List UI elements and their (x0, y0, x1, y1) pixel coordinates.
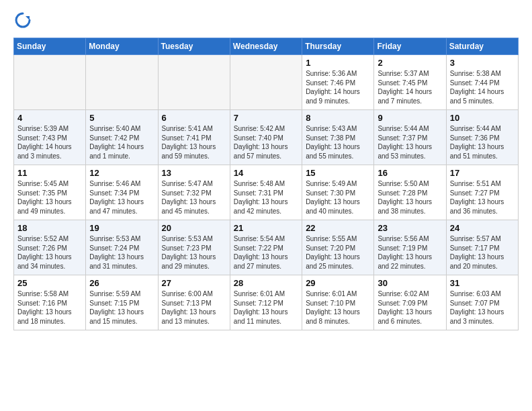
calendar-cell: 12Sunrise: 5:46 AM Sunset: 7:34 PM Dayli… (86, 165, 158, 220)
day-number: 22 (306, 223, 370, 233)
calendar-cell: 30Sunrise: 6:02 AM Sunset: 7:09 PM Dayli… (374, 275, 446, 330)
day-info: Sunrise: 5:41 AM Sunset: 7:41 PM Dayligh… (162, 124, 226, 161)
calendar-cell: 9Sunrise: 5:44 AM Sunset: 7:37 PM Daylig… (374, 110, 446, 165)
day-info: Sunrise: 5:59 AM Sunset: 7:15 PM Dayligh… (89, 289, 154, 326)
calendar-cell: 26Sunrise: 5:59 AM Sunset: 7:15 PM Dayli… (86, 275, 158, 330)
calendar-cell: 5Sunrise: 5:40 AM Sunset: 7:42 PM Daylig… (86, 110, 158, 165)
calendar-cell: 3Sunrise: 5:38 AM Sunset: 7:44 PM Daylig… (446, 55, 518, 110)
calendar-cell: 10Sunrise: 5:44 AM Sunset: 7:36 PM Dayli… (446, 110, 518, 165)
calendar-cell: 16Sunrise: 5:50 AM Sunset: 7:28 PM Dayli… (374, 165, 446, 220)
day-info: Sunrise: 5:36 AM Sunset: 7:46 PM Dayligh… (306, 69, 370, 105)
day-number: 21 (234, 223, 298, 233)
day-info: Sunrise: 5:39 AM Sunset: 7:43 PM Dayligh… (17, 124, 82, 161)
calendar-cell: 24Sunrise: 5:57 AM Sunset: 7:17 PM Dayli… (446, 220, 518, 275)
day-info: Sunrise: 5:54 AM Sunset: 7:22 PM Dayligh… (234, 234, 298, 271)
day-number: 10 (450, 113, 515, 123)
page: SundayMondayTuesdayWednesdayThursdayFrid… (0, 0, 532, 337)
calendar: SundayMondayTuesdayWednesdayThursdayFrid… (13, 38, 519, 330)
calendar-row-2: 11Sunrise: 5:45 AM Sunset: 7:35 PM Dayli… (14, 165, 519, 220)
calendar-cell (158, 55, 230, 110)
day-info: Sunrise: 5:56 AM Sunset: 7:19 PM Dayligh… (378, 234, 442, 271)
calendar-cell: 31Sunrise: 6:03 AM Sunset: 7:07 PM Dayli… (446, 275, 518, 330)
day-info: Sunrise: 5:51 AM Sunset: 7:27 PM Dayligh… (450, 179, 515, 216)
day-number: 14 (234, 168, 298, 178)
day-number: 19 (89, 223, 154, 233)
day-info: Sunrise: 5:47 AM Sunset: 7:32 PM Dayligh… (162, 179, 226, 216)
calendar-cell (14, 55, 86, 110)
day-number: 13 (162, 168, 226, 178)
calendar-cell: 23Sunrise: 5:56 AM Sunset: 7:19 PM Dayli… (374, 220, 446, 275)
day-info: Sunrise: 5:42 AM Sunset: 7:40 PM Dayligh… (234, 124, 298, 161)
calendar-cell: 25Sunrise: 5:58 AM Sunset: 7:16 PM Dayli… (14, 275, 86, 330)
weekday-header-thursday: Thursday (302, 38, 374, 55)
day-info: Sunrise: 5:46 AM Sunset: 7:34 PM Dayligh… (89, 179, 154, 216)
calendar-cell: 22Sunrise: 5:55 AM Sunset: 7:20 PM Dayli… (302, 220, 374, 275)
calendar-cell: 15Sunrise: 5:49 AM Sunset: 7:30 PM Dayli… (302, 165, 374, 220)
day-info: Sunrise: 6:02 AM Sunset: 7:09 PM Dayligh… (378, 289, 442, 326)
day-info: Sunrise: 6:03 AM Sunset: 7:07 PM Dayligh… (450, 289, 515, 326)
day-number: 27 (162, 278, 226, 288)
logo (13, 11, 35, 30)
day-number: 11 (17, 168, 82, 178)
calendar-cell: 2Sunrise: 5:37 AM Sunset: 7:45 PM Daylig… (374, 55, 446, 110)
day-number: 30 (378, 278, 442, 288)
calendar-cell: 6Sunrise: 5:41 AM Sunset: 7:41 PM Daylig… (158, 110, 230, 165)
weekday-header-friday: Friday (374, 38, 446, 55)
day-number: 4 (17, 113, 82, 123)
calendar-cell: 4Sunrise: 5:39 AM Sunset: 7:43 PM Daylig… (14, 110, 86, 165)
day-info: Sunrise: 5:58 AM Sunset: 7:16 PM Dayligh… (17, 289, 82, 326)
day-number: 29 (306, 278, 370, 288)
day-number: 3 (450, 58, 515, 68)
day-info: Sunrise: 5:53 AM Sunset: 7:24 PM Dayligh… (89, 234, 154, 271)
header (13, 11, 519, 30)
calendar-cell: 13Sunrise: 5:47 AM Sunset: 7:32 PM Dayli… (158, 165, 230, 220)
day-info: Sunrise: 5:43 AM Sunset: 7:38 PM Dayligh… (306, 124, 370, 161)
weekday-header-sunday: Sunday (14, 38, 86, 55)
day-info: Sunrise: 5:40 AM Sunset: 7:42 PM Dayligh… (89, 124, 154, 161)
weekday-header-row: SundayMondayTuesdayWednesdayThursdayFrid… (14, 38, 519, 55)
day-info: Sunrise: 5:44 AM Sunset: 7:36 PM Dayligh… (450, 124, 515, 161)
calendar-cell: 21Sunrise: 5:54 AM Sunset: 7:22 PM Dayli… (230, 220, 302, 275)
day-number: 16 (378, 168, 442, 178)
day-number: 8 (306, 113, 370, 123)
weekday-header-monday: Monday (86, 38, 158, 55)
calendar-cell: 8Sunrise: 5:43 AM Sunset: 7:38 PM Daylig… (302, 110, 374, 165)
day-info: Sunrise: 5:50 AM Sunset: 7:28 PM Dayligh… (378, 179, 442, 216)
day-info: Sunrise: 5:57 AM Sunset: 7:17 PM Dayligh… (450, 234, 515, 271)
day-info: Sunrise: 5:44 AM Sunset: 7:37 PM Dayligh… (378, 124, 442, 161)
day-info: Sunrise: 5:38 AM Sunset: 7:44 PM Dayligh… (450, 69, 515, 105)
calendar-cell: 7Sunrise: 5:42 AM Sunset: 7:40 PM Daylig… (230, 110, 302, 165)
logo-icon (13, 11, 32, 30)
day-number: 15 (306, 168, 370, 178)
day-number: 12 (89, 168, 154, 178)
day-number: 17 (450, 168, 515, 178)
day-number: 25 (17, 278, 82, 288)
day-number: 5 (89, 113, 154, 123)
calendar-row-1: 4Sunrise: 5:39 AM Sunset: 7:43 PM Daylig… (14, 110, 519, 165)
day-number: 7 (234, 113, 298, 123)
day-info: Sunrise: 5:52 AM Sunset: 7:26 PM Dayligh… (17, 234, 82, 271)
calendar-cell (230, 55, 302, 110)
calendar-cell: 20Sunrise: 5:53 AM Sunset: 7:23 PM Dayli… (158, 220, 230, 275)
day-number: 9 (378, 113, 442, 123)
day-info: Sunrise: 5:45 AM Sunset: 7:35 PM Dayligh… (17, 179, 82, 216)
day-info: Sunrise: 6:01 AM Sunset: 7:12 PM Dayligh… (234, 289, 298, 326)
day-info: Sunrise: 6:00 AM Sunset: 7:13 PM Dayligh… (162, 289, 226, 326)
weekday-header-wednesday: Wednesday (230, 38, 302, 55)
day-number: 28 (234, 278, 298, 288)
day-number: 6 (162, 113, 226, 123)
weekday-header-tuesday: Tuesday (158, 38, 230, 55)
day-number: 31 (450, 278, 515, 288)
day-number: 24 (450, 223, 515, 233)
day-number: 18 (17, 223, 82, 233)
calendar-row-0: 1Sunrise: 5:36 AM Sunset: 7:46 PM Daylig… (14, 55, 519, 110)
calendar-cell (86, 55, 158, 110)
calendar-cell: 17Sunrise: 5:51 AM Sunset: 7:27 PM Dayli… (446, 165, 518, 220)
day-info: Sunrise: 5:48 AM Sunset: 7:31 PM Dayligh… (234, 179, 298, 216)
day-number: 1 (306, 58, 370, 68)
calendar-row-4: 25Sunrise: 5:58 AM Sunset: 7:16 PM Dayli… (14, 275, 519, 330)
calendar-cell: 29Sunrise: 6:01 AM Sunset: 7:10 PM Dayli… (302, 275, 374, 330)
calendar-cell: 11Sunrise: 5:45 AM Sunset: 7:35 PM Dayli… (14, 165, 86, 220)
day-info: Sunrise: 5:55 AM Sunset: 7:20 PM Dayligh… (306, 234, 370, 271)
calendar-cell: 18Sunrise: 5:52 AM Sunset: 7:26 PM Dayli… (14, 220, 86, 275)
